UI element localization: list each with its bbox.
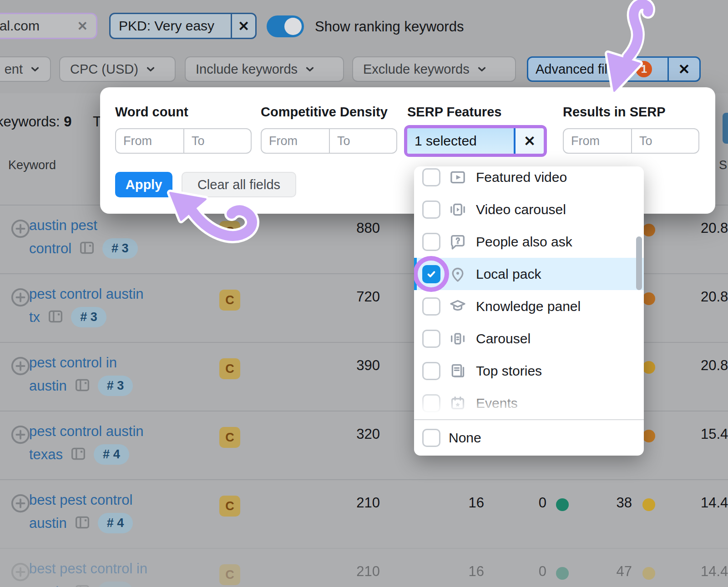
keyword-link[interactable]: tx [29, 309, 40, 326]
advanced-filters-close-icon[interactable]: ✕ [667, 58, 699, 80]
intent-filter-label: ent [5, 62, 23, 77]
volume-value: 210 [314, 563, 380, 580]
serp-features-select[interactable]: 1 selected ✕ [407, 128, 544, 154]
volume-value: 720 [314, 289, 380, 305]
competitive-density-from-input[interactable] [262, 129, 329, 153]
cpc-value: 14.4 [701, 495, 728, 511]
competitive-density-to-input[interactable] [329, 129, 396, 153]
expand-plus-icon[interactable] [10, 218, 31, 241]
checkbox-unchecked[interactable] [422, 168, 440, 186]
keyword-link[interactable]: best pest control in [29, 561, 147, 577]
keyword-link[interactable]: austin pest [29, 217, 97, 234]
word-count-label: Word count [115, 105, 188, 120]
expand-plus-icon[interactable] [10, 287, 31, 310]
checkbox-unchecked[interactable] [422, 201, 440, 219]
checkbox-checked[interactable] [422, 265, 440, 283]
kd-indicator-dot [642, 292, 655, 305]
checkbox-unchecked[interactable] [422, 394, 440, 412]
expand-plus-icon[interactable] [10, 493, 31, 516]
word-count-from-input[interactable] [116, 129, 183, 153]
dropdown-item-knowledge-panel[interactable]: Knowledge panel [414, 290, 644, 322]
dropdown-item-events[interactable]: Events [414, 387, 644, 419]
checkbox-unchecked[interactable] [422, 362, 440, 380]
dropdown-item-carousel[interactable]: Carousel [414, 322, 644, 355]
position-badge: # 4 [94, 444, 129, 465]
pkd-filter-chip[interactable]: PKD: Very easy ✕ [109, 13, 257, 39]
kd-value: 38 [587, 495, 632, 511]
serp-snapshot-icon[interactable] [73, 582, 91, 587]
results-in-serp-from-input[interactable] [564, 129, 631, 153]
word-count-to-input[interactable] [183, 129, 251, 153]
word-count-range [115, 128, 252, 154]
include-keywords-chip[interactable]: Include keywords [185, 56, 344, 82]
column-header-keyword[interactable]: Keyword [8, 158, 56, 172]
exclude-keywords-chip[interactable]: Exclude keywords [352, 56, 516, 82]
dropdown-item-top-stories[interactable]: Top stories [414, 355, 644, 387]
domain-filter-close-icon[interactable]: ✕ [77, 19, 88, 34]
kd-indicator-dot [642, 224, 655, 236]
table-row: best pest control in austin # 4 C 210 16… [0, 548, 728, 587]
show-ranking-toggle[interactable] [267, 15, 304, 37]
app-screen: cial.com ✕ PKD: Very easy ✕ Show ranking… [0, 0, 728, 587]
dropdown-scrollbar[interactable] [636, 236, 642, 290]
position-badge: # 3 [98, 376, 133, 396]
checkbox-unchecked[interactable] [422, 297, 440, 316]
edge-button-sliver [723, 113, 728, 144]
expand-plus-icon[interactable] [10, 356, 31, 378]
dropdown-item-video-carousel[interactable]: Video carousel [414, 193, 644, 226]
keyword-link[interactable]: austin [29, 515, 67, 532]
keyword-link[interactable]: pest control in [29, 355, 117, 371]
results-value: 16 [432, 495, 484, 511]
intent-filter-chip[interactable]: ent [0, 56, 51, 82]
pkd-filter-close-icon[interactable]: ✕ [231, 14, 255, 38]
dropdown-item-featured-video[interactable]: Featured video [414, 166, 644, 193]
advanced-filters-chip[interactable]: Advanced filters 1 ✕ [527, 56, 701, 82]
cpc-filter-chip[interactable]: CPC (USD) [59, 56, 176, 82]
serp-features-selected-value[interactable]: 1 selected [407, 128, 514, 154]
keyword-link[interactable]: best pest control [29, 492, 132, 508]
intent-badge: C [219, 564, 240, 585]
knowledge-panel-icon [449, 297, 467, 316]
position-badge: # 4 [98, 582, 133, 587]
exclude-keywords-label: Exclude keywords [363, 62, 470, 77]
domain-filter-chip[interactable]: cial.com ✕ [0, 13, 97, 39]
apply-button[interactable]: Apply [115, 172, 172, 197]
keyword-link[interactable]: pest control austin [29, 286, 144, 302]
serp-features-highlight-box: 1 selected ✕ [404, 125, 547, 157]
serp-features-clear-icon[interactable]: ✕ [516, 128, 544, 154]
kd-indicator-dot [642, 567, 655, 580]
serp-snapshot-icon[interactable] [73, 513, 91, 533]
results-in-serp-to-input[interactable] [631, 129, 698, 153]
keyword-link[interactable]: austin [29, 378, 67, 394]
cpc-value: 20.8 [701, 289, 728, 305]
position-badge: # 4 [98, 513, 133, 533]
dropdown-item-local-pack[interactable]: Local pack [414, 258, 644, 290]
chevron-down-icon [304, 63, 316, 75]
include-keywords-label: Include keywords [196, 62, 298, 77]
domain-filter-label: cial.com [0, 18, 40, 34]
keyword-link[interactable]: texas [29, 447, 63, 463]
results-in-serp-label: Results in SERP [563, 105, 666, 120]
intent-badge: C [219, 427, 240, 448]
checkbox-unchecked[interactable] [422, 330, 440, 348]
intent-badge: C [219, 358, 240, 379]
serp-snapshot-icon[interactable] [78, 239, 96, 259]
serp-features-dropdown: Featured video Video carousel People als… [414, 166, 644, 456]
checkbox-unchecked[interactable] [422, 429, 440, 447]
serp-snapshot-icon[interactable] [69, 445, 87, 465]
diff-indicator-dot [556, 567, 569, 580]
expand-plus-icon[interactable] [10, 562, 31, 584]
results-value: 16 [432, 563, 484, 580]
clear-all-fields-button[interactable]: Clear all fields [182, 172, 296, 197]
keyword-link[interactable]: control [29, 241, 71, 257]
dropdown-item-people-also-ask[interactable]: People also ask [414, 226, 644, 258]
serp-snapshot-icon[interactable] [73, 376, 91, 396]
advanced-filters-label: Advanced filters [536, 62, 629, 77]
serp-snapshot-icon[interactable] [46, 307, 65, 327]
checkbox-unchecked[interactable] [422, 233, 440, 251]
expand-plus-icon[interactable] [10, 424, 31, 447]
dropdown-item-none[interactable]: None [414, 419, 644, 456]
keyword-link[interactable]: pest control austin [29, 423, 144, 440]
keyword-link[interactable]: austin [29, 584, 67, 587]
column-header-sf[interactable]: SF [719, 158, 728, 172]
